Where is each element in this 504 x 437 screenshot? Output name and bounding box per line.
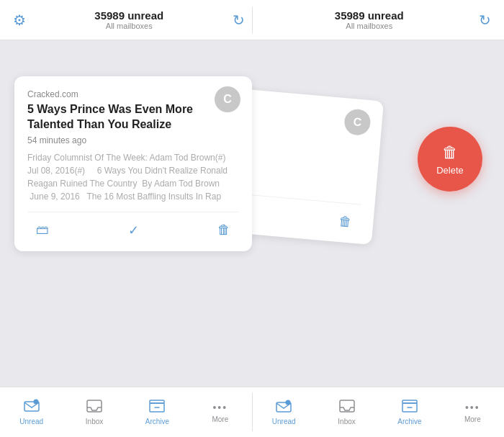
avatar-right: C: [343, 108, 372, 136]
archive-icon-right: [402, 400, 418, 415]
tab-label-more-left: More: [212, 415, 228, 423]
delete-label: Delete: [436, 165, 464, 176]
card-actions-left: 🗃 ✓ 🗑: [27, 212, 239, 241]
tab-unread-left[interactable]: Unread: [0, 387, 63, 437]
header: ⚙ 35989 unread All mailboxes ↻ 35989 unr…: [0, 0, 504, 40]
svg-point-6: [286, 400, 291, 405]
refresh-icon-left[interactable]: ↻: [233, 12, 245, 29]
tab-archive-right[interactable]: Archive: [378, 387, 441, 437]
tab-label-archive-right: Archive: [397, 418, 421, 425]
delete-button[interactable]: 🗑 Delete: [418, 127, 482, 192]
email-card-left[interactable]: C Cracked.com 5 Ways Prince Was Even Mor…: [14, 76, 252, 251]
card-subject-left: 5 Ways Prince Was Even More Talented Tha…: [27, 102, 207, 132]
delete-trash-icon: 🗑: [442, 143, 458, 162]
tab-bar-right: Unread Inbox Archive •••: [253, 387, 505, 437]
tab-inbox-right[interactable]: Inbox: [315, 387, 378, 437]
card-time-left: 54 minutes ago: [27, 135, 239, 145]
tab-label-inbox-left: Inbox: [86, 418, 103, 425]
tab-bar-left: Unread Inbox Archive •••: [0, 387, 252, 437]
header-right: 35989 unread All mailboxes ↻: [260, 9, 492, 30]
trash-button-left[interactable]: 🗑: [209, 220, 239, 241]
card-body-left: Friday Columnist Of The Week: Adam Tod B…: [27, 151, 239, 202]
tab-label-more-right: More: [464, 415, 481, 423]
header-divider: [252, 7, 253, 33]
unread-icon-right: [276, 400, 292, 415]
check-button-left[interactable]: ✓: [120, 220, 148, 241]
tab-label-archive-left: Archive: [145, 418, 169, 425]
mailbox-label-left: All mailboxes: [26, 22, 233, 30]
settings-icon-left[interactable]: ⚙: [13, 12, 26, 29]
tab-unread-right[interactable]: Unread: [253, 387, 315, 437]
tab-label-inbox-right: Inbox: [338, 418, 355, 425]
header-center-right: 35989 unread All mailboxes: [260, 9, 480, 30]
tab-label-unread-right: Unread: [272, 418, 296, 425]
archive-button-left[interactable]: 🗃: [27, 220, 58, 241]
archive-icon-left: [149, 400, 165, 415]
tab-archive-left[interactable]: Archive: [126, 387, 189, 437]
avatar-left: C: [215, 86, 240, 112]
header-center-left: 35989 unread All mailboxes: [26, 9, 233, 30]
unread-count-left: 35989 unread: [26, 9, 233, 22]
svg-rect-4: [150, 400, 164, 403]
svg-point-1: [33, 400, 38, 405]
inbox-icon-right: [339, 400, 355, 415]
tab-more-left[interactable]: ••• More: [189, 387, 251, 437]
main-area: C n Morelize The Week: Adam Tod6(#) 6 Wa…: [0, 40, 504, 387]
mailbox-label-right: All mailboxes: [260, 22, 480, 30]
unread-count-right: 35989 unread: [260, 9, 480, 22]
more-icon-right: •••: [465, 402, 480, 413]
tab-inbox-left[interactable]: Inbox: [63, 387, 125, 437]
tab-bar: Unread Inbox Archive •••: [0, 387, 504, 437]
more-icon-left: •••: [212, 402, 228, 413]
tab-label-unread-left: Unread: [19, 418, 43, 425]
svg-rect-9: [402, 400, 417, 403]
trash-button-right[interactable]: 🗑: [329, 210, 361, 234]
header-left: ⚙ 35989 unread All mailboxes ↻: [13, 9, 245, 30]
tab-more-right[interactable]: ••• More: [441, 387, 504, 437]
inbox-icon-left: [86, 400, 102, 415]
card-sender-left: Cracked.com: [27, 89, 239, 99]
unread-icon-left: [24, 399, 40, 415]
refresh-icon-right[interactable]: ↻: [479, 12, 491, 29]
